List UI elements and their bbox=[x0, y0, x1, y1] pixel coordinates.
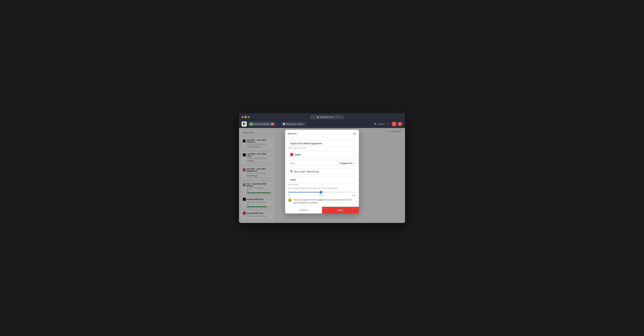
traffic-lights bbox=[242, 116, 250, 118]
workspace-name: Guerrini Cheese bbox=[254, 123, 270, 125]
browser-window: 🔒 app.kawo.com ↻ G Guerrini Cheese 21 📊 … bbox=[239, 113, 405, 223]
svg-rect-3 bbox=[244, 124, 246, 125]
target-group: Enter a target bbox=[288, 177, 356, 186]
platform-label: Weibo bbox=[295, 153, 301, 156]
hint-text: You want to gain 97% of the engagement y… bbox=[293, 198, 356, 204]
date-range-row[interactable]: 📅 Mon 1 Aug – Wed 31 Aug bbox=[288, 168, 356, 175]
address-bar: 🔒 app.kawo.com ↻ bbox=[252, 115, 402, 119]
workspace-icon: G bbox=[250, 122, 253, 125]
slider-markers: 0% 100% 200% bbox=[288, 195, 356, 196]
kpi-name-hint: Enter a name for this KPI bbox=[288, 147, 356, 149]
app-logo bbox=[242, 121, 247, 126]
hint-emoji: 😄 bbox=[288, 198, 292, 202]
modal-close-button[interactable]: × bbox=[353, 132, 356, 135]
type-value: Engagement bbox=[340, 162, 352, 164]
search-label: Search bbox=[378, 123, 384, 125]
slider-track[interactable] bbox=[288, 192, 356, 193]
slider-section: SET A TARGET RELATIVE TO THE LAST 30 DAY… bbox=[288, 188, 356, 204]
add-button[interactable]: + bbox=[392, 122, 396, 126]
main-content: Active KPIs ▾ ♪ July 2022 – June 2023 Fo… bbox=[239, 128, 405, 223]
user-avatar[interactable]: GC bbox=[398, 122, 402, 126]
lock-icon: 🔒 bbox=[317, 116, 319, 118]
slider-mid-label: 100% bbox=[319, 195, 323, 196]
breadcrumb-text: Reporting / KPIs bbox=[286, 123, 302, 125]
slider-hint: 😄 You want to gain 97% of the engagement… bbox=[288, 198, 356, 204]
kpi-name-input[interactable] bbox=[288, 140, 356, 146]
modal-footer: CANCEL SAVE bbox=[285, 207, 359, 214]
svg-rect-1 bbox=[244, 123, 246, 124]
modal-header: NEW KPI × bbox=[285, 130, 359, 138]
traffic-light-close[interactable] bbox=[242, 116, 244, 118]
title-bar: 🔒 app.kawo.com ↻ bbox=[239, 113, 405, 120]
slider-fill bbox=[288, 192, 321, 193]
kpi-name-group: Enter a name for this KPI bbox=[288, 140, 356, 149]
slider-section-label: SET A TARGET RELATIVE TO THE LAST 30 DAY… bbox=[288, 188, 356, 189]
modal-body: Enter a name for this KPI W Weibo ▾ Type bbox=[285, 138, 359, 207]
platform-chevron: ▾ bbox=[353, 153, 354, 156]
modal-backdrop: NEW KPI × Enter a name for this KPI W W bbox=[239, 128, 405, 223]
target-input[interactable] bbox=[288, 177, 356, 183]
calendar-icon: 📅 bbox=[290, 170, 293, 173]
nav-bar: G Guerrini Cheese 21 📊 Reporting / KPIs … bbox=[239, 120, 405, 128]
save-button[interactable]: SAVE bbox=[322, 207, 359, 214]
url-text: app.kawo.com bbox=[320, 116, 333, 118]
breadcrumb-chevron: ▾ bbox=[303, 123, 304, 125]
traffic-light-maximize[interactable] bbox=[248, 116, 250, 118]
weibo-platform-icon: W bbox=[290, 153, 293, 156]
traffic-light-minimize[interactable] bbox=[245, 116, 247, 118]
help-button[interactable]: ? bbox=[386, 122, 390, 126]
search-icon: 🔍 bbox=[374, 123, 377, 125]
modal-title: NEW KPI bbox=[288, 133, 297, 135]
type-label: Type bbox=[290, 162, 295, 164]
reporting-icon: 📊 bbox=[283, 123, 286, 125]
svg-rect-2 bbox=[243, 124, 244, 125]
workspace-tab[interactable]: G Guerrini Cheese 21 bbox=[248, 122, 276, 126]
platform-select[interactable]: W Weibo ▾ bbox=[288, 151, 356, 158]
date-range-value: Mon 1 Aug – Wed 31 Aug bbox=[294, 170, 319, 173]
type-row[interactable]: Type Engagement ▾ bbox=[288, 160, 356, 166]
notification-badge: 21 bbox=[271, 123, 274, 125]
slider-max-label: 200% bbox=[352, 195, 356, 196]
new-kpi-modal: NEW KPI × Enter a name for this KPI W W bbox=[285, 130, 359, 214]
breadcrumb[interactable]: 📊 Reporting / KPIs ▾ bbox=[281, 122, 306, 126]
svg-rect-0 bbox=[243, 123, 244, 124]
target-hint: Enter a target bbox=[288, 184, 356, 186]
type-chevron: ▾ bbox=[353, 162, 354, 164]
reload-icon[interactable]: ↻ bbox=[336, 116, 337, 118]
slider-min-label: 0% bbox=[288, 195, 290, 196]
slider-thumb[interactable] bbox=[320, 191, 322, 194]
search-bar[interactable]: 🔍 Search bbox=[374, 123, 384, 125]
cancel-button[interactable]: CANCEL bbox=[285, 207, 322, 214]
